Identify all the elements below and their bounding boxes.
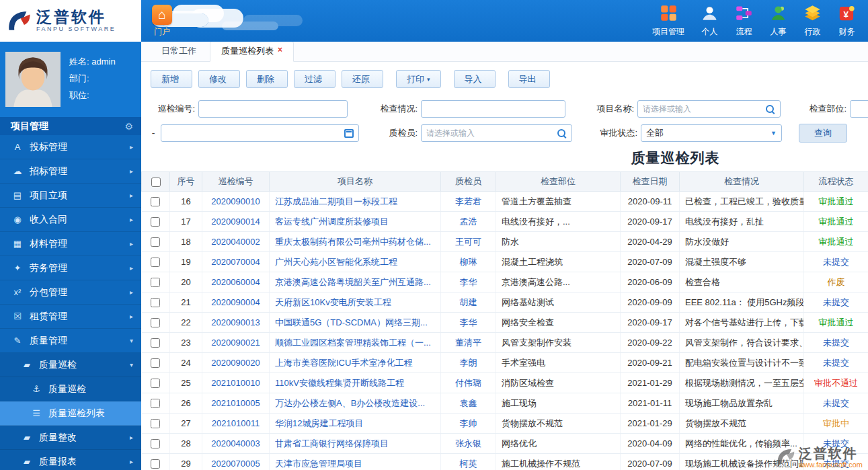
search-icon[interactable] [765, 104, 775, 114]
sidebar-item[interactable]: ✎ 质量管理 ▾ [0, 329, 141, 353]
inspector-link[interactable]: 胡建 [441, 292, 496, 313]
sidebar-item[interactable]: ▤ 项目立项 ▸ [0, 184, 141, 208]
query-button[interactable]: 查询 [799, 124, 847, 143]
row-checkbox[interactable] [151, 298, 160, 307]
project-name-link[interactable]: 江苏成品油二期项目一标段工程 [270, 192, 441, 212]
table-row[interactable]: 21 2020090004 天府新区10Kv变电所安装工程 胡建 网络基站测试 … [142, 292, 868, 313]
project-name-link[interactable]: 广州天心苑小区智能化系统工程 [270, 252, 441, 272]
inspector-link[interactable]: 王可可 [441, 232, 496, 252]
calendar-icon[interactable] [344, 129, 354, 138]
inspector-link[interactable]: 柳琳 [441, 252, 496, 272]
project-input[interactable] [643, 104, 765, 114]
sidebar-item[interactable]: ✦ 劳务管理 ▸ [0, 256, 141, 280]
date-input[interactable] [166, 128, 344, 138]
sidebar-item[interactable]: ▦ 材料管理 ▸ [0, 232, 141, 256]
inspection-no-link[interactable]: 2020040003 [202, 434, 270, 454]
inspection-no-link[interactable]: 2020070004 [202, 252, 270, 272]
table-row[interactable]: 22 2020090013 中国联通5G（TD-SCDMA）网络三期... 李华… [142, 313, 868, 333]
import-button[interactable]: 导入 [454, 70, 496, 88]
sidebar-section-project-management[interactable]: 项目管理 ⚙ [0, 117, 141, 135]
row-checkbox[interactable] [151, 459, 160, 469]
inspection-no-link[interactable]: 2020040002 [202, 232, 270, 252]
inspector-link[interactable]: 李若君 [441, 192, 496, 212]
table-row[interactable]: 19 2020070004 广州天心苑小区智能化系统工程 柳琳 混凝土工程浇筑 … [142, 252, 868, 272]
row-checkbox[interactable] [151, 399, 160, 408]
project-name-link[interactable]: 天津市应急管理局项目 [270, 454, 441, 470]
print-button[interactable]: 打印▾ [396, 70, 441, 88]
inspection-no-link[interactable]: 2021010005 [202, 393, 270, 414]
inspector-link[interactable]: 袁鑫 [441, 393, 496, 414]
inspection-no-link[interactable]: 2020090010 [202, 192, 270, 212]
sidebar-item[interactable]: ⚓ 质量巡检 [0, 377, 141, 401]
sidebar-item[interactable]: ☒ 租赁管理 ▸ [0, 305, 141, 329]
inspector-input[interactable] [426, 128, 557, 138]
select-all-checkbox[interactable] [151, 178, 161, 187]
inspection-no-link[interactable]: 2020090004 [202, 292, 270, 313]
delete-button[interactable]: 删除 [246, 70, 288, 88]
row-checkbox[interactable] [151, 237, 160, 247]
approval-status-select[interactable]: 全部 ▼ [641, 124, 782, 142]
inspector-link[interactable]: 李帅 [441, 414, 496, 434]
table-row[interactable]: 29 2020070005 天津市应急管理局项目 柯英 施工机械操作不规范 20… [142, 454, 868, 470]
sidebar-item[interactable]: ☰ 质量巡检列表 [0, 401, 141, 426]
inspection-no-link[interactable]: 2021010011 [202, 414, 270, 434]
export-button[interactable]: 导出 [508, 70, 550, 88]
sidebar-item[interactable]: ▰ 质量整改 ▸ [0, 426, 141, 450]
inspection-no-link[interactable]: 2021010010 [202, 373, 270, 393]
table-row[interactable]: 23 2020090021 顺德工业园区档案管理精装饰工程（一... 董清平 风… [142, 333, 868, 353]
table-row[interactable]: 25 2021010010 110kV安徽线程集贤开断线路工程 付伟璐 消防区域… [142, 373, 868, 393]
project-name-link[interactable]: 京港澳高速公路粤境韶关至广州互通路... [270, 272, 441, 292]
row-checkbox[interactable] [151, 419, 160, 428]
nav-item-hr[interactable]: 人事 [769, 4, 787, 38]
table-row[interactable]: 20 2020060004 京港澳高速公路粤境韶关至广州互通路... 李华 京港… [142, 272, 868, 292]
check-part-input[interactable] [850, 100, 868, 118]
sidebar-item[interactable]: ◉ 收入合同 ▸ [0, 208, 141, 232]
table-row[interactable]: 18 2020040002 重庆太极制药有限公司亳州中药材仓储... 王可可 防… [142, 232, 868, 252]
tab-quality-inspection-list[interactable]: 质量巡检列表× [210, 42, 294, 62]
row-checkbox[interactable] [151, 217, 160, 227]
nav-item-administration[interactable]: 行政 [803, 4, 822, 38]
project-name-link[interactable]: 中国联通5G（TD-SCDMA）网络三期... [270, 313, 441, 333]
table-row[interactable]: 26 2021010005 万达办公楼左侧A、B办公楼改造建设... 袁鑫 施工… [142, 393, 868, 414]
inspection-no-link[interactable]: 2020090014 [202, 212, 270, 232]
inspector-link[interactable]: 付伟璐 [441, 373, 496, 393]
tab-daily-work[interactable]: 日常工作 [151, 42, 207, 61]
add-button[interactable]: 新增 [151, 70, 192, 88]
home-icon[interactable]: ⌂ [152, 5, 172, 25]
table-row[interactable]: 16 2020090010 江苏成品油二期项目一标段工程 李若君 管道土方覆盖抽… [142, 192, 868, 212]
inspector-link[interactable]: 董清平 [441, 333, 496, 353]
table-row[interactable]: 28 2020040003 甘肃省工商银行网络保障项目 张永银 网络优化 202… [142, 434, 868, 454]
row-checkbox[interactable] [151, 358, 160, 368]
nav-portal[interactable]: ⌂ 门户 [152, 0, 172, 42]
project-name-link[interactable]: 万达办公楼左侧A、B办公楼改造建设... [270, 393, 441, 414]
restore-button[interactable]: 还原 [342, 70, 383, 88]
inspector-link[interactable]: 李华 [441, 272, 496, 292]
close-icon[interactable]: × [278, 45, 282, 54]
inspector-link[interactable]: 李朗 [441, 353, 496, 373]
project-name-link[interactable]: 重庆太极制药有限公司亳州中药材仓储... [270, 232, 441, 252]
sidebar-item[interactable]: ▰ 质量报表 ▸ [0, 450, 141, 470]
project-name-link[interactable]: 110kV安徽线程集贤开断线路工程 [270, 373, 441, 393]
row-checkbox[interactable] [151, 197, 160, 206]
project-picker[interactable] [637, 100, 781, 118]
row-checkbox[interactable] [151, 439, 160, 448]
inspection-no-link[interactable]: 2020060004 [202, 272, 270, 292]
sidebar-item[interactable]: A 投标管理 ▸ [0, 135, 141, 159]
sidebar-item[interactable]: x² 分包管理 ▸ [0, 280, 141, 305]
project-name-link[interactable]: 客运专线广州调度所装修项目 [270, 212, 441, 232]
check-status-input[interactable] [421, 100, 565, 118]
nav-item-personal[interactable]: 个人 [701, 4, 719, 38]
project-name-link[interactable]: 上海市美容医院ICU手术室净化工程 [270, 353, 441, 373]
filter-button[interactable]: 过滤 [294, 70, 336, 88]
project-name-link[interactable]: 华润12城房建工程项目 [270, 414, 441, 434]
search-icon[interactable] [557, 128, 567, 139]
inspector-picker[interactable] [421, 124, 572, 142]
nav-item-workflow[interactable]: 流程 [735, 4, 753, 38]
inspector-link[interactable]: 张永银 [441, 434, 496, 454]
nav-item-project-management[interactable]: 项目管理 [652, 4, 684, 38]
inspection-no-link[interactable]: 2020090021 [202, 333, 270, 353]
row-checkbox[interactable] [151, 278, 160, 287]
table-row[interactable]: 24 2020090020 上海市美容医院ICU手术室净化工程 李朗 手术室强电… [142, 353, 868, 373]
date-picker[interactable] [161, 124, 359, 142]
inspector-link[interactable]: 李华 [441, 313, 496, 333]
